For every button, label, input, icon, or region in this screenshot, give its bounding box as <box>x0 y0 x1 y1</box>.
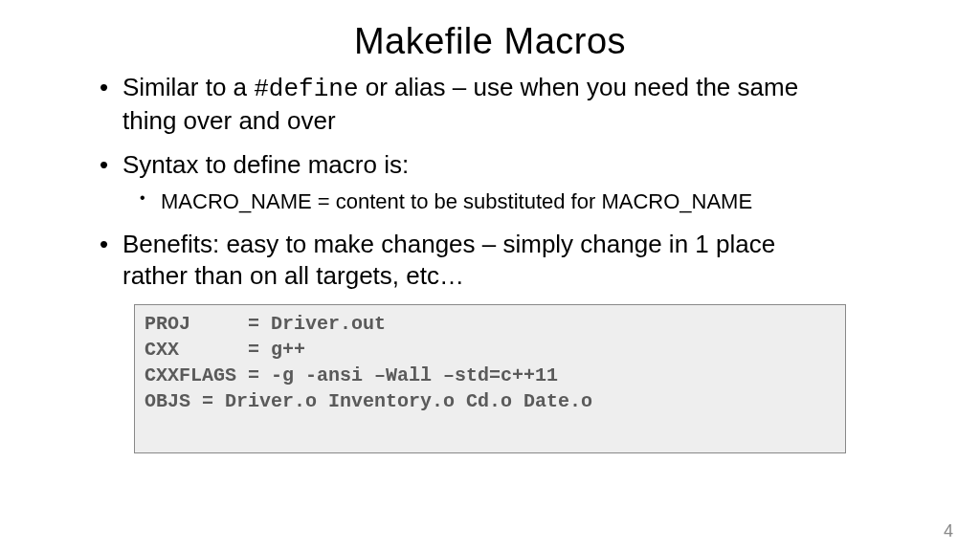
bullet-1-pre: Similar to a <box>122 73 254 101</box>
bullet-list: Similar to a #define or alias – use when… <box>57 72 923 291</box>
bullet-1: Similar to a #define or alias – use when… <box>122 72 923 136</box>
code-line-4: OBJS = Driver.o Inventory.o Cd.o Date.o <box>145 388 835 414</box>
page-number: 4 <box>944 521 953 541</box>
slide-title: Makefile Macros <box>57 21 923 62</box>
slide: Makefile Macros Similar to a #define or … <box>0 0 980 453</box>
bullet-3: Benefits: easy to make changes – simply … <box>122 229 923 291</box>
sub-bullet-1: MACRO_NAME = content to be substituted f… <box>161 188 846 216</box>
code-line-1: PROJ = Driver.out <box>145 311 835 337</box>
code-block: PROJ = Driver.outCXX = g++CXXFLAGS = -g … <box>134 304 846 453</box>
bullet-2: Syntax to define macro is: MACRO_NAME = … <box>122 149 923 215</box>
bullet-2-text: Syntax to define macro is: <box>122 150 409 179</box>
code-line-3: CXXFLAGS = -g -ansi –Wall –std=c++11 <box>145 363 835 388</box>
bullet-1-code: #define <box>254 75 358 103</box>
sub-bullet-list: MACRO_NAME = content to be substituted f… <box>122 188 846 216</box>
code-line-2: CXX = g++ <box>145 337 835 363</box>
